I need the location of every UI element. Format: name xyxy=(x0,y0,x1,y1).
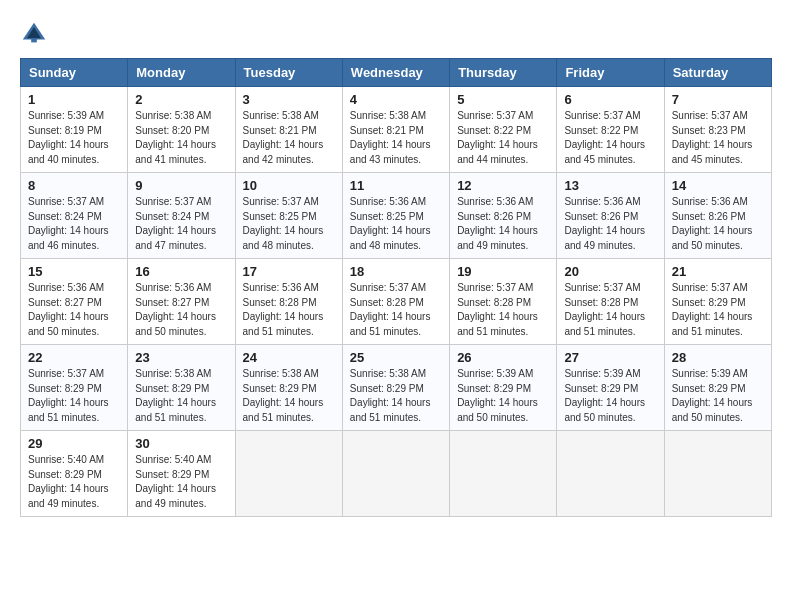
calendar-cell: 27Sunrise: 5:39 AMSunset: 8:29 PMDayligh… xyxy=(557,345,664,431)
calendar-cell: 30Sunrise: 5:40 AMSunset: 8:29 PMDayligh… xyxy=(128,431,235,517)
calendar-week-row: 22Sunrise: 5:37 AMSunset: 8:29 PMDayligh… xyxy=(21,345,772,431)
day-number: 24 xyxy=(243,350,335,365)
day-number: 29 xyxy=(28,436,120,451)
day-detail: Sunrise: 5:38 AMSunset: 8:29 PMDaylight:… xyxy=(135,367,227,425)
calendar-cell: 12Sunrise: 5:36 AMSunset: 8:26 PMDayligh… xyxy=(450,173,557,259)
calendar-cell: 9Sunrise: 5:37 AMSunset: 8:24 PMDaylight… xyxy=(128,173,235,259)
day-detail: Sunrise: 5:39 AMSunset: 8:29 PMDaylight:… xyxy=(672,367,764,425)
calendar-cell: 7Sunrise: 5:37 AMSunset: 8:23 PMDaylight… xyxy=(664,87,771,173)
day-number: 19 xyxy=(457,264,549,279)
day-detail: Sunrise: 5:36 AMSunset: 8:26 PMDaylight:… xyxy=(564,195,656,253)
day-number: 9 xyxy=(135,178,227,193)
day-number: 20 xyxy=(564,264,656,279)
day-detail: Sunrise: 5:38 AMSunset: 8:20 PMDaylight:… xyxy=(135,109,227,167)
day-detail: Sunrise: 5:38 AMSunset: 8:21 PMDaylight:… xyxy=(350,109,442,167)
day-number: 23 xyxy=(135,350,227,365)
day-number: 28 xyxy=(672,350,764,365)
day-detail: Sunrise: 5:38 AMSunset: 8:29 PMDaylight:… xyxy=(350,367,442,425)
calendar-cell: 22Sunrise: 5:37 AMSunset: 8:29 PMDayligh… xyxy=(21,345,128,431)
calendar-cell: 2Sunrise: 5:38 AMSunset: 8:20 PMDaylight… xyxy=(128,87,235,173)
day-detail: Sunrise: 5:38 AMSunset: 8:29 PMDaylight:… xyxy=(243,367,335,425)
day-number: 4 xyxy=(350,92,442,107)
day-detail: Sunrise: 5:39 AMSunset: 8:29 PMDaylight:… xyxy=(457,367,549,425)
day-detail: Sunrise: 5:37 AMSunset: 8:28 PMDaylight:… xyxy=(457,281,549,339)
day-detail: Sunrise: 5:37 AMSunset: 8:28 PMDaylight:… xyxy=(564,281,656,339)
calendar-week-row: 1Sunrise: 5:39 AMSunset: 8:19 PMDaylight… xyxy=(21,87,772,173)
day-detail: Sunrise: 5:36 AMSunset: 8:26 PMDaylight:… xyxy=(672,195,764,253)
day-detail: Sunrise: 5:37 AMSunset: 8:23 PMDaylight:… xyxy=(672,109,764,167)
day-number: 5 xyxy=(457,92,549,107)
day-number: 11 xyxy=(350,178,442,193)
day-number: 26 xyxy=(457,350,549,365)
svg-rect-2 xyxy=(31,38,37,42)
calendar-cell xyxy=(342,431,449,517)
day-detail: Sunrise: 5:37 AMSunset: 8:29 PMDaylight:… xyxy=(672,281,764,339)
header-monday: Monday xyxy=(128,59,235,87)
day-number: 18 xyxy=(350,264,442,279)
header-wednesday: Wednesday xyxy=(342,59,449,87)
calendar-cell: 17Sunrise: 5:36 AMSunset: 8:28 PMDayligh… xyxy=(235,259,342,345)
day-number: 2 xyxy=(135,92,227,107)
header-sunday: Sunday xyxy=(21,59,128,87)
calendar-cell: 29Sunrise: 5:40 AMSunset: 8:29 PMDayligh… xyxy=(21,431,128,517)
day-number: 15 xyxy=(28,264,120,279)
header-tuesday: Tuesday xyxy=(235,59,342,87)
day-number: 1 xyxy=(28,92,120,107)
calendar-cell: 25Sunrise: 5:38 AMSunset: 8:29 PMDayligh… xyxy=(342,345,449,431)
day-number: 22 xyxy=(28,350,120,365)
calendar-cell xyxy=(235,431,342,517)
calendar-cell xyxy=(557,431,664,517)
calendar-cell: 1Sunrise: 5:39 AMSunset: 8:19 PMDaylight… xyxy=(21,87,128,173)
calendar-cell: 18Sunrise: 5:37 AMSunset: 8:28 PMDayligh… xyxy=(342,259,449,345)
day-detail: Sunrise: 5:40 AMSunset: 8:29 PMDaylight:… xyxy=(135,453,227,511)
header-friday: Friday xyxy=(557,59,664,87)
day-detail: Sunrise: 5:37 AMSunset: 8:25 PMDaylight:… xyxy=(243,195,335,253)
calendar-cell: 15Sunrise: 5:36 AMSunset: 8:27 PMDayligh… xyxy=(21,259,128,345)
calendar-cell: 23Sunrise: 5:38 AMSunset: 8:29 PMDayligh… xyxy=(128,345,235,431)
calendar-cell: 24Sunrise: 5:38 AMSunset: 8:29 PMDayligh… xyxy=(235,345,342,431)
calendar-cell: 6Sunrise: 5:37 AMSunset: 8:22 PMDaylight… xyxy=(557,87,664,173)
calendar-cell: 10Sunrise: 5:37 AMSunset: 8:25 PMDayligh… xyxy=(235,173,342,259)
day-detail: Sunrise: 5:37 AMSunset: 8:22 PMDaylight:… xyxy=(564,109,656,167)
calendar-cell: 26Sunrise: 5:39 AMSunset: 8:29 PMDayligh… xyxy=(450,345,557,431)
day-detail: Sunrise: 5:39 AMSunset: 8:19 PMDaylight:… xyxy=(28,109,120,167)
day-number: 27 xyxy=(564,350,656,365)
header-thursday: Thursday xyxy=(450,59,557,87)
calendar-cell: 21Sunrise: 5:37 AMSunset: 8:29 PMDayligh… xyxy=(664,259,771,345)
logo xyxy=(20,20,52,48)
calendar-week-row: 15Sunrise: 5:36 AMSunset: 8:27 PMDayligh… xyxy=(21,259,772,345)
day-detail: Sunrise: 5:36 AMSunset: 8:26 PMDaylight:… xyxy=(457,195,549,253)
calendar-cell: 14Sunrise: 5:36 AMSunset: 8:26 PMDayligh… xyxy=(664,173,771,259)
calendar-cell xyxy=(664,431,771,517)
day-number: 3 xyxy=(243,92,335,107)
calendar-cell: 16Sunrise: 5:36 AMSunset: 8:27 PMDayligh… xyxy=(128,259,235,345)
calendar-cell xyxy=(450,431,557,517)
day-detail: Sunrise: 5:40 AMSunset: 8:29 PMDaylight:… xyxy=(28,453,120,511)
day-number: 8 xyxy=(28,178,120,193)
calendar-week-row: 8Sunrise: 5:37 AMSunset: 8:24 PMDaylight… xyxy=(21,173,772,259)
day-number: 25 xyxy=(350,350,442,365)
day-number: 6 xyxy=(564,92,656,107)
day-detail: Sunrise: 5:37 AMSunset: 8:22 PMDaylight:… xyxy=(457,109,549,167)
day-number: 7 xyxy=(672,92,764,107)
day-detail: Sunrise: 5:36 AMSunset: 8:28 PMDaylight:… xyxy=(243,281,335,339)
day-detail: Sunrise: 5:36 AMSunset: 8:27 PMDaylight:… xyxy=(135,281,227,339)
header-saturday: Saturday xyxy=(664,59,771,87)
day-detail: Sunrise: 5:37 AMSunset: 8:24 PMDaylight:… xyxy=(135,195,227,253)
calendar-week-row: 29Sunrise: 5:40 AMSunset: 8:29 PMDayligh… xyxy=(21,431,772,517)
day-number: 12 xyxy=(457,178,549,193)
day-number: 10 xyxy=(243,178,335,193)
calendar-cell: 28Sunrise: 5:39 AMSunset: 8:29 PMDayligh… xyxy=(664,345,771,431)
calendar-cell: 11Sunrise: 5:36 AMSunset: 8:25 PMDayligh… xyxy=(342,173,449,259)
day-detail: Sunrise: 5:38 AMSunset: 8:21 PMDaylight:… xyxy=(243,109,335,167)
day-detail: Sunrise: 5:39 AMSunset: 8:29 PMDaylight:… xyxy=(564,367,656,425)
calendar-header-row: SundayMondayTuesdayWednesdayThursdayFrid… xyxy=(21,59,772,87)
day-number: 17 xyxy=(243,264,335,279)
calendar-cell: 19Sunrise: 5:37 AMSunset: 8:28 PMDayligh… xyxy=(450,259,557,345)
calendar-cell: 13Sunrise: 5:36 AMSunset: 8:26 PMDayligh… xyxy=(557,173,664,259)
calendar-cell: 3Sunrise: 5:38 AMSunset: 8:21 PMDaylight… xyxy=(235,87,342,173)
day-number: 16 xyxy=(135,264,227,279)
calendar-cell: 5Sunrise: 5:37 AMSunset: 8:22 PMDaylight… xyxy=(450,87,557,173)
calendar-body: 1Sunrise: 5:39 AMSunset: 8:19 PMDaylight… xyxy=(21,87,772,517)
calendar-table: SundayMondayTuesdayWednesdayThursdayFrid… xyxy=(20,58,772,517)
